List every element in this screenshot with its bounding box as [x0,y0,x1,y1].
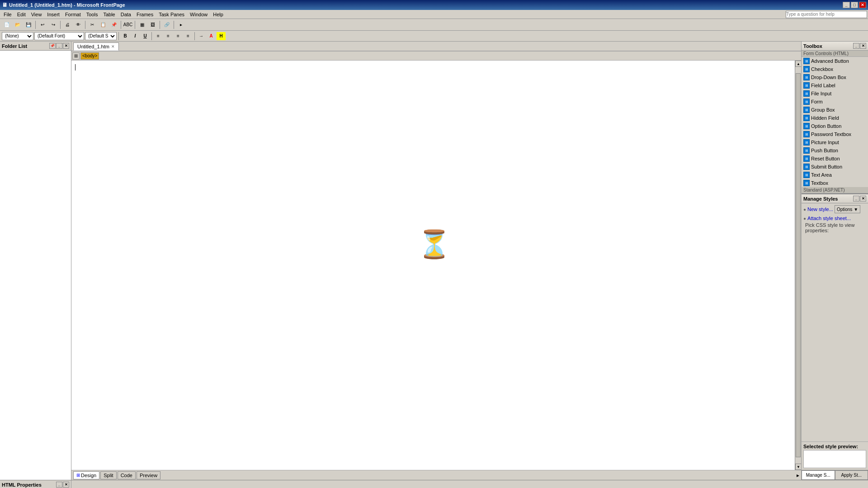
toolbox-item-reset-button[interactable]: ⊞ Reset Button [802,155,868,163]
toolbox-item-dropdown-box[interactable]: ⊞ Drop-Down Box [802,73,868,81]
toolbox-item-push-button[interactable]: ⊞ Push Button [802,146,868,155]
align-justify-button[interactable]: ≡ [184,32,193,40]
folder-panel-pin[interactable]: 📌 [49,43,56,49]
redo-button[interactable]: ↪ [48,20,58,29]
manage-styles-buttons: _ ✕ [853,196,866,202]
open-button[interactable]: 📂 [13,20,23,29]
undo-button[interactable]: ↩ [38,20,47,29]
scroll-thumb[interactable] [796,73,801,457]
toolbox-item-field-label[interactable]: ⊞ Field Label [802,81,868,89]
menu-file[interactable]: File [1,11,14,18]
editor-tab[interactable]: Untitled_1.htm ✕ [73,42,119,51]
editor-content[interactable]: ⏳ [71,61,795,470]
manage-styles-tab[interactable]: Manage S... [802,470,835,480]
editor-tool-btn[interactable]: ⊞ [72,52,80,60]
pick-css-label: Pick CSS style to view properties: [803,221,866,234]
scroll-down-button[interactable]: ▼ [795,464,802,470]
toolbar-sep-1 [35,21,36,29]
view-tab-design[interactable]: ⊞ Design [73,471,99,479]
tab-close-button[interactable]: ✕ [111,44,115,49]
menu-help[interactable]: Help [210,11,226,18]
align-left-button[interactable]: ≡ [154,32,163,40]
copy-button[interactable]: 📋 [98,20,108,29]
manage-styles-header: Manage Styles _ ✕ [802,194,868,203]
folder-panel-collapse[interactable]: _ [56,43,62,49]
menu-table[interactable]: Table [100,11,118,18]
menu-data[interactable]: Data [118,11,134,18]
html-props-title: HTML Properties [2,482,42,488]
toolbox-item-form[interactable]: ⊞ Form [802,98,868,106]
toolbox-item-submit-button[interactable]: ⊞ Submit Button [802,163,868,171]
view-tab-code[interactable]: Code [118,471,136,479]
view-tab-preview[interactable]: Preview [137,471,160,479]
toolbox-item-text-area[interactable]: ⊞ Text Area [802,171,868,179]
help-search-input[interactable] [786,11,867,18]
standard-section-label: Standard (ASP.NET) [802,187,868,193]
manage-styles-collapse-btn[interactable]: _ [853,196,859,202]
toolbox-icon-picture-input: ⊞ [803,139,810,145]
toolbox-item-advanced-button[interactable]: ⊞ Advanced Button [802,57,868,65]
toolbox-close-btn[interactable]: ✕ [860,43,866,49]
close-button[interactable]: ✕ [859,2,866,8]
preview-button[interactable]: 👁 [73,20,83,29]
new-style-link[interactable]: ● New style... [803,206,833,212]
menu-taskpanes[interactable]: Task Panes [156,11,187,18]
attach-style-label: Attach style sheet... [807,216,851,221]
toolbox-item-picture-input[interactable]: ⊞ Picture Input [802,138,868,146]
menu-tools[interactable]: Tools [84,11,101,18]
html-props-collapse-btn[interactable]: _ [56,482,62,488]
toolbox-item-textbox[interactable]: ⊞ Textbox [802,179,868,187]
underline-button[interactable]: U [141,32,150,40]
menu-format[interactable]: Format [62,11,84,18]
font-color-button[interactable]: A [207,32,216,40]
toolbox-item-hidden-field[interactable]: ⊞ Hidden Field [802,114,868,122]
menu-edit[interactable]: Edit [14,11,28,18]
menu-frames[interactable]: Frames [134,11,156,18]
increase-indent-button[interactable]: → [197,32,206,40]
view-scroll-right[interactable]: ▸ [797,472,799,479]
toolbox-item-file-input[interactable]: ⊞ File Input [802,89,868,98]
insert-image-button[interactable]: 🖼 [148,20,158,29]
menu-view[interactable]: View [28,11,45,18]
maximize-button[interactable]: □ [851,2,858,8]
folder-panel-close[interactable]: ✕ [63,43,69,49]
more-tb-button[interactable]: ▸ [176,20,186,29]
style-select[interactable]: (None) [2,32,33,40]
spellcheck-button[interactable]: ABC [123,20,133,29]
html-props-close-btn[interactable]: ✕ [63,482,69,488]
highlight-button[interactable]: H [217,32,226,40]
toolbox-item-option-button[interactable]: ⊞ Option Button [802,122,868,130]
toolbox-item-checkbox[interactable]: ⊞ Checkbox [802,65,868,73]
minimize-button[interactable]: _ [843,2,850,8]
attach-style-link[interactable]: ● Attach style sheet... [803,215,866,221]
menu-window[interactable]: Window [187,11,210,18]
new-button[interactable]: 📄 [2,20,12,29]
manage-styles-close-btn[interactable]: ✕ [860,196,866,202]
toolbox-item-group-box[interactable]: ⊞ Group Box [802,106,868,114]
print-button[interactable]: 🖨 [62,20,72,29]
body-tag-btn[interactable]: <body> [80,52,99,60]
hyperlink-button[interactable]: 🔗 [162,20,172,29]
paste-button[interactable]: 📌 [109,20,119,29]
view-tab-split[interactable]: Split [100,471,116,479]
tab-bar: Untitled_1.htm ✕ [71,42,801,52]
align-right-button[interactable]: ≡ [174,32,183,40]
size-select[interactable]: (Default Size) [85,32,117,40]
align-center-button[interactable]: ≡ [164,32,173,40]
insert-table-button[interactable]: ▦ [137,20,147,29]
bold-button[interactable]: B [121,32,130,40]
save-button[interactable]: 💾 [24,20,33,29]
apply-styles-tab[interactable]: Apply St... [835,470,868,480]
toolbox-item-password-textbox[interactable]: ⊞ Password Textbox [802,130,868,138]
font-select[interactable]: (Default Font) [34,32,84,40]
toolbox-icon-group-box: ⊞ [803,107,810,113]
toolbox-title: Toolbox [803,43,822,49]
italic-button[interactable]: I [131,32,140,40]
toolbox-icon-submit-button: ⊞ [803,164,810,170]
toolbox-collapse-btn[interactable]: _ [853,43,859,49]
cut-button[interactable]: ✂ [87,20,97,29]
menu-insert[interactable]: Insert [44,11,62,18]
options-dropdown-button[interactable]: Options ▼ [835,205,860,213]
scroll-up-button[interactable]: ▲ [795,61,802,67]
editor-scrollbar[interactable]: ▲ ▼ [795,61,801,470]
